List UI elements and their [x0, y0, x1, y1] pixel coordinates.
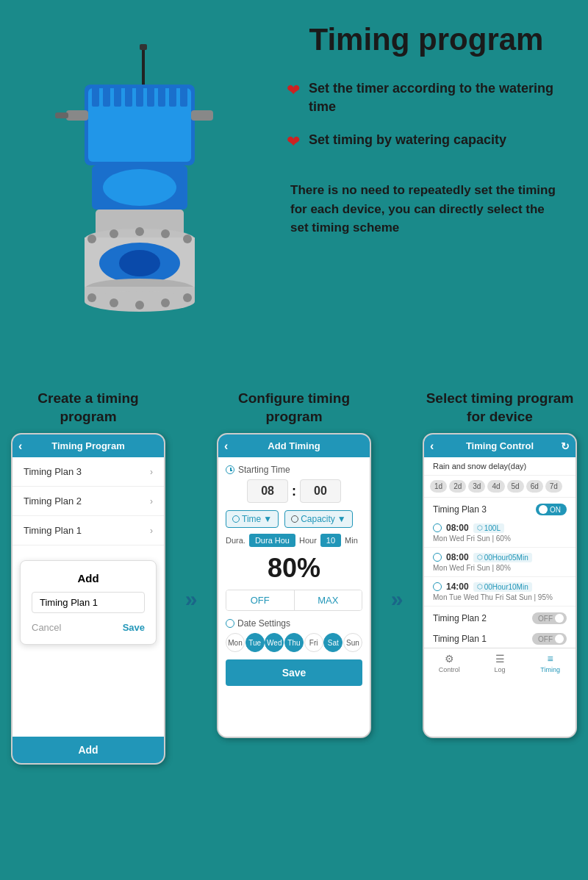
nav-item-log[interactable]: ☰ Log [475, 653, 526, 673]
list-item-plan1[interactable]: Timing Plan 1 › [12, 516, 164, 545]
svg-rect-15 [191, 110, 213, 121]
phone1-back-arrow[interactable]: ‹ [18, 440, 22, 453]
clock-icon-e3 [433, 582, 442, 591]
phone1-label: Create a timing program [11, 390, 165, 426]
time-separator: : [292, 484, 296, 499]
svg-point-29 [161, 229, 170, 238]
svg-point-28 [135, 227, 144, 236]
svg-rect-10 [158, 85, 165, 107]
day-sat[interactable]: Sat [323, 633, 343, 652]
day-tab-7d[interactable]: 7d [545, 480, 562, 493]
day-mon[interactable]: Mon [226, 633, 245, 652]
day-tabs-row: 1d 2d 3d 4d 5d 6d 7d [424, 476, 576, 498]
off-button[interactable]: OFF [226, 590, 295, 610]
double-arrow-1: » [185, 587, 198, 612]
phone3-col: Select timing program for device ‹ Timin… [423, 390, 577, 765]
control-nav-icon: ⚙ [445, 653, 454, 665]
min-unit: Min [345, 536, 358, 545]
phone1-col: Create a timing program ‹ Timing Program… [11, 390, 165, 765]
day-fri[interactable]: Fri [304, 633, 323, 652]
time-display: 08 : 00 [226, 479, 362, 503]
plan1-toggle[interactable]: OFF [532, 633, 567, 645]
max-button[interactable]: MAX [295, 590, 362, 610]
plan2-label: Timing Plan 2 [24, 496, 82, 507]
save-button-dialog[interactable]: Save [123, 622, 145, 633]
cancel-button[interactable]: Cancel [32, 622, 61, 633]
dura-input[interactable]: Dura Hou [249, 534, 295, 547]
add-timing-body: Starting Time 08 : 00 Time [218, 457, 370, 693]
plan2-toggle-label: OFF [538, 615, 553, 623]
e1-time: 08:00 [446, 523, 469, 533]
phone2-back-arrow[interactable]: ‹ [224, 440, 228, 453]
plan2-toggle[interactable]: OFF [532, 612, 567, 624]
bullet-item-1: ❤ Set the timer according to the waterin… [287, 79, 566, 116]
phone2-mockup: ‹ Add Timing Starting Time [217, 433, 371, 738]
phone2-save-button[interactable]: Save [226, 659, 362, 686]
day-tab-6d[interactable]: 6d [526, 480, 543, 493]
page-title: Timing program [287, 22, 566, 57]
dura-row: Dura. Dura Hou Hour 10 Min [226, 534, 362, 547]
nav-item-timing[interactable]: ≡ Timing [525, 653, 576, 673]
timing-entry-2-row1: 08:00 ⬡ 00Hour05Min [433, 552, 567, 562]
phone3-body: Rain and snow delay(day) 1d 2d 3d 4d 5d … [424, 457, 576, 737]
plan3-toggle[interactable]: ON [536, 504, 567, 515]
description-text: There is no need to repeatedly set the t… [287, 181, 566, 237]
phone2-label: Configure timing program [217, 390, 371, 426]
mode-row: Time ▼ Capacity ▼ [226, 510, 362, 528]
phone1-body: Timing Plan 3 › Timing Plan 2 › Timing P… [12, 457, 164, 737]
plan2-header-row: Timing Plan 2 OFF [424, 607, 576, 627]
list-item-plan3[interactable]: Timing Plan 3 › [12, 457, 164, 487]
svg-point-27 [110, 229, 118, 238]
e3-time: 14:00 [446, 582, 469, 592]
nav-timing-label: Timing [540, 666, 560, 673]
toggle-circle [539, 505, 548, 514]
add-dialog-input[interactable] [32, 592, 145, 613]
plan3-header-label: Timing Plan 3 [433, 504, 487, 515]
heart-icon-2: ❤ [287, 132, 300, 151]
capacity-mode-chevron: ▼ [337, 514, 346, 524]
day-tue[interactable]: Tue [245, 633, 265, 652]
plan3-header-row: Timing Plan 3 ON [424, 498, 576, 518]
hour-box[interactable]: 08 [247, 479, 288, 503]
capacity-mode-select[interactable]: Capacity ▼ [284, 510, 353, 528]
svg-rect-11 [169, 85, 176, 107]
nav-item-control[interactable]: ⚙ Control [424, 653, 475, 673]
time-mode-label: Time [242, 514, 261, 524]
bottom-section: Create a timing program ‹ Timing Program… [0, 390, 588, 776]
day-thu[interactable]: Thu [284, 633, 304, 652]
svg-point-32 [110, 298, 118, 307]
plan1-arrow: › [150, 526, 153, 536]
day-tab-1d[interactable]: 1d [430, 480, 447, 493]
day-sun[interactable]: Sun [343, 633, 362, 652]
day-tab-4d[interactable]: 4d [487, 480, 504, 493]
svg-point-17 [103, 169, 176, 206]
svg-point-33 [135, 301, 144, 310]
percent-display: 80% [226, 553, 362, 584]
arrow-between-1: » [173, 390, 209, 765]
list-item-plan2[interactable]: Timing Plan 2 › [12, 487, 164, 516]
day-tab-3d[interactable]: 3d [468, 480, 485, 493]
refresh-icon[interactable]: ↻ [561, 440, 570, 452]
minute-box[interactable]: 00 [300, 479, 341, 503]
phone3-bottom-nav: ⚙ Control ☰ Log ≡ Timing [424, 648, 576, 678]
plan2-arrow: › [150, 496, 153, 507]
e3-badge-icon: ⬡ [477, 583, 483, 590]
nav-control-label: Control [439, 666, 460, 673]
day-wed[interactable]: Wed [265, 633, 284, 652]
plan1-label: Timing Plan 1 [24, 525, 82, 536]
phone1-add-button[interactable]: Add [12, 737, 164, 763]
timing-entry-1: 08:00 ⬡ 100L Mon Wed Fri Sun | 60% [424, 518, 576, 548]
time-mode-chevron: ▼ [263, 514, 272, 524]
dura-num[interactable]: 10 [320, 534, 341, 547]
phone3-back-arrow[interactable]: ‹ [430, 440, 434, 453]
timing-entry-1-row1: 08:00 ⬡ 100L [433, 523, 567, 533]
starting-time-label: Starting Time [226, 465, 362, 475]
dura-label: Dura. [226, 536, 245, 545]
product-device-svg [26, 40, 254, 349]
day-tab-2d[interactable]: 2d [449, 480, 466, 493]
timing-nav-icon: ≡ [548, 653, 553, 665]
date-settings-label: Date Settings [226, 618, 362, 629]
days-row: Mon Tue Wed Thu Fri Sat Sun [226, 633, 362, 652]
time-mode-select[interactable]: Time ▼ [226, 510, 279, 528]
day-tab-5d[interactable]: 5d [507, 480, 524, 493]
